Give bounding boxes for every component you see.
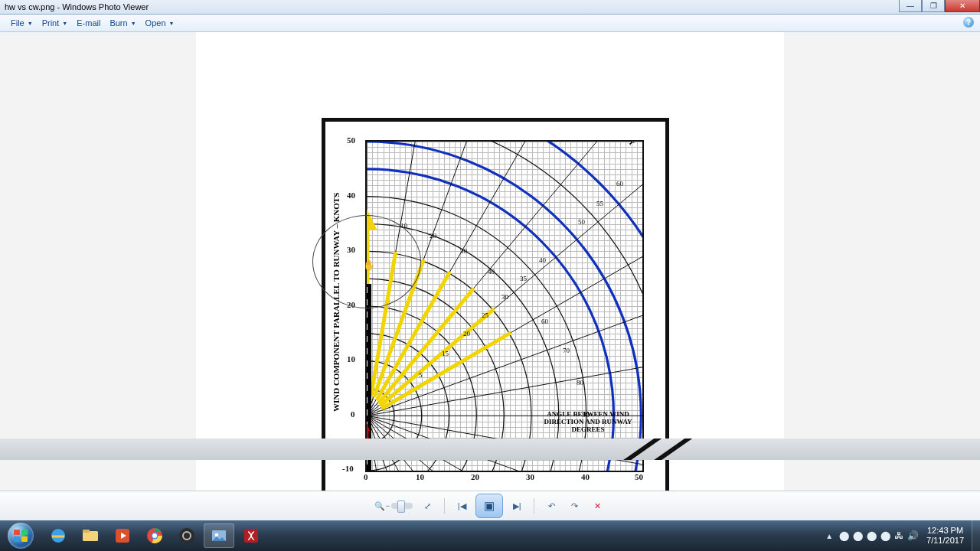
arc-30: 30 <box>501 293 508 301</box>
arc-60: 60 <box>616 180 623 187</box>
arc-20: 20 <box>463 330 470 337</box>
angle-60-label: 60 <box>541 318 548 325</box>
menu-open[interactable]: Open▼ <box>141 18 179 28</box>
minimize-button[interactable]: — <box>899 0 922 12</box>
angle-40-label: 40 <box>488 268 495 276</box>
angle-label: ANGLE BETWEEN WIND DIRECTION AND RUNWAY … <box>538 411 638 434</box>
chrome-icon[interactable] <box>139 523 170 548</box>
chart-plot-area: 10 20 30 40 60 70 80 90 100 5 15 20 25 3… <box>365 140 644 472</box>
svg-rect-48 <box>21 536 28 542</box>
tray-volume-icon[interactable]: 🔊 <box>906 530 919 542</box>
zoom-button[interactable]: 🔍− <box>374 497 413 515</box>
next-button[interactable]: ▶| <box>508 497 526 515</box>
svg-point-57 <box>179 528 194 543</box>
close-button[interactable]: ✕ <box>945 0 980 12</box>
rotate-ccw-icon: ↶ <box>548 501 555 511</box>
xtick-30: 30 <box>526 472 534 481</box>
previous-button[interactable]: |◀ <box>452 497 471 515</box>
taskbar: ▲ ⬤ ⬤ ⬤ ⬤ 🖧 🔊 12:43 PM 7/11/2017 <box>0 520 980 551</box>
rotate-ccw-button[interactable]: ↶ <box>542 497 560 515</box>
menu-print[interactable]: Print▼ <box>38 18 73 28</box>
windows-logo-icon <box>8 523 34 549</box>
help-icon[interactable]: ? <box>963 17 974 28</box>
obs-icon[interactable] <box>172 523 202 548</box>
slideshow-icon: ▣ <box>484 499 495 513</box>
ytick-0: 0 <box>351 409 355 419</box>
clock-time: 12:43 PM <box>926 526 964 536</box>
menu-file-label: File <box>11 18 24 28</box>
delete-button[interactable]: ✕ <box>588 497 606 515</box>
fit-icon: ⤢ <box>424 501 431 511</box>
svg-rect-51 <box>83 530 90 533</box>
show-desktop-button[interactable] <box>972 520 980 551</box>
xtick-40: 40 <box>581 472 590 481</box>
chevron-down-icon: ▼ <box>131 21 136 26</box>
taskbar-clock[interactable]: 12:43 PM 7/11/2017 <box>920 526 970 545</box>
ytick-n10: -10 <box>342 464 354 473</box>
tray-overflow-icon[interactable]: ▲ <box>822 532 836 540</box>
menu-file[interactable]: File▼ <box>6 18 38 28</box>
background-strip <box>0 439 980 460</box>
separator <box>444 498 445 514</box>
arc-40: 40 <box>539 256 546 264</box>
xtick-50: 50 <box>635 472 643 481</box>
maximize-button[interactable]: ❐ <box>922 0 945 12</box>
explorer-icon[interactable] <box>75 523 106 548</box>
rotate-cw-button[interactable]: ↷ <box>565 497 583 515</box>
chevron-down-icon: ▼ <box>62 21 67 26</box>
arc-25: 25 <box>482 311 488 319</box>
chevron-down-icon: ▼ <box>28 21 33 26</box>
arc-15: 15 <box>442 350 449 357</box>
caption-buttons: — ❐ ✕ <box>899 0 980 14</box>
photoviewer-taskbar-icon[interactable] <box>204 523 234 548</box>
ytick-10: 10 <box>347 354 355 364</box>
tray-network-icon[interactable]: 🖧 <box>893 530 905 542</box>
angle-70-label: 70 <box>563 347 570 354</box>
svg-rect-45 <box>14 530 20 535</box>
separator <box>534 498 534 514</box>
photo-viewer-window: hw vs cw.png - Windows Photo Viewer — ❐ … <box>0 0 980 551</box>
zoom-slider[interactable] <box>391 503 413 509</box>
menu-open-label: Open <box>145 18 166 28</box>
arc-5: 5 <box>419 371 423 379</box>
window-title: hw vs cw.png - Windows Photo Viewer <box>0 2 899 11</box>
menu-email[interactable]: E-mail <box>72 18 105 28</box>
menu-burn[interactable]: Burn▼ <box>105 18 140 28</box>
svg-point-56 <box>152 533 157 538</box>
prev-icon: |◀ <box>458 501 466 511</box>
xtick-20: 20 <box>471 472 479 481</box>
photoviewer-toolbar: 🔍− ⤢ |◀ ▣ ▶| ↶ ↷ ✕ <box>0 491 980 520</box>
xtick-0: 0 <box>364 472 368 481</box>
next-icon: ▶| <box>513 501 521 511</box>
svg-point-60 <box>215 533 219 537</box>
acrobat-icon[interactable] <box>236 523 266 548</box>
delete-icon: ✕ <box>594 501 601 511</box>
system-tray: ▲ ⬤ ⬤ ⬤ ⬤ 🖧 🔊 12:43 PM 7/11/2017 <box>822 520 980 551</box>
start-button[interactable] <box>0 520 41 551</box>
ytick-40: 40 <box>347 191 355 200</box>
angle-80-label: 80 <box>577 379 583 386</box>
arc-35: 35 <box>520 275 527 282</box>
tray-icon-1[interactable]: ⬤ <box>838 530 850 542</box>
magnifier-icon: 🔍 <box>374 501 385 511</box>
xtick-10: 10 <box>416 472 424 481</box>
tray-icon-3[interactable]: ⬤ <box>865 530 877 542</box>
svg-rect-47 <box>14 536 20 542</box>
video-icon[interactable] <box>107 523 138 548</box>
tray-icon-4[interactable]: ⬤ <box>879 530 891 542</box>
minus-icon: − <box>386 502 390 510</box>
tray-icon-2[interactable]: ⬤ <box>851 530 864 542</box>
ytick-50: 50 <box>347 135 355 145</box>
slideshow-button[interactable]: ▣ <box>475 494 503 518</box>
ie-icon[interactable] <box>43 523 74 548</box>
viewer-content[interactable]: WIND COMPONENT PARALLEL TO RUNWAY – KNOT… <box>0 32 980 491</box>
actual-size-button[interactable]: ⤢ <box>418 497 436 515</box>
clock-date: 7/11/2017 <box>926 536 964 546</box>
angle-20-label: 20 <box>430 232 436 240</box>
chevron-down-icon: ▼ <box>169 21 175 26</box>
arc-50: 50 <box>578 218 585 226</box>
svg-line-35 <box>381 310 493 405</box>
arc-55: 55 <box>596 200 603 207</box>
titlebar[interactable]: hw vs cw.png - Windows Photo Viewer — ❐ … <box>0 0 980 15</box>
rotate-cw-icon: ↷ <box>571 501 578 511</box>
